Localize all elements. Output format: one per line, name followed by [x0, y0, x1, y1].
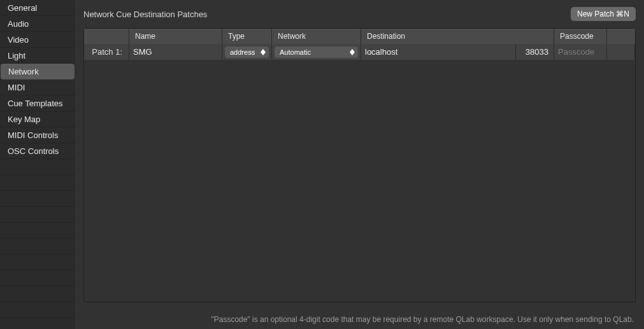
table-header-type[interactable]: Type — [222, 29, 272, 44]
sidebar-item-video[interactable]: Video — [0, 32, 75, 48]
table-header-network[interactable]: Network — [272, 29, 361, 44]
sidebar-item-osc-controls[interactable]: OSC Controls — [0, 143, 75, 159]
sidebar-item-empty: . — [0, 318, 75, 329]
table-header-passcode[interactable]: Passcode — [554, 29, 607, 44]
sidebar-item-empty: . — [0, 270, 75, 286]
sidebar-item-empty: . — [0, 223, 75, 239]
table-header-destination[interactable]: Destination — [361, 29, 554, 44]
patch-destination-input[interactable] — [365, 47, 512, 57]
sidebar-item-cue-templates[interactable]: Cue Templates — [0, 95, 75, 111]
patch-network-cell: Automatic — [272, 44, 361, 60]
sidebar-item-empty: . — [0, 286, 75, 302]
table-header-row: Name Type Network Destination Passcode — [84, 29, 635, 44]
sidebar-item-empty: . — [0, 255, 75, 270]
sidebar-item-empty: . — [0, 191, 75, 207]
patch-type-select[interactable]: address — [225, 46, 269, 58]
sidebar-item-empty: . — [0, 159, 75, 175]
sidebar-item-general[interactable]: General — [0, 0, 75, 16]
sidebar-item-network[interactable]: Network — [1, 64, 75, 80]
svg-marker-3 — [350, 52, 355, 55]
table-header-end — [607, 29, 635, 44]
patch-name-input[interactable] — [133, 47, 218, 57]
sidebar-item-key-map[interactable]: Key Map — [0, 111, 75, 127]
patch-type-cell: address — [222, 44, 272, 60]
sidebar-item-empty: . — [0, 239, 75, 255]
patch-network-value: Automatic — [280, 48, 311, 56]
sidebar-item-empty: . — [0, 207, 75, 223]
sidebar-item-empty: . — [0, 302, 75, 318]
table-header-blank — [84, 29, 129, 44]
updown-icon — [259, 46, 267, 58]
sidebar: General Audio Video Light Network MIDI C… — [0, 0, 75, 329]
sidebar-item-midi[interactable]: MIDI — [0, 80, 75, 95]
sidebar-item-audio[interactable]: Audio — [0, 16, 75, 32]
sidebar-item-light[interactable]: Light — [0, 48, 75, 64]
patch-type-value: address — [230, 48, 255, 56]
main-panel: Network Cue Destination Patches New Patc… — [75, 0, 644, 329]
updown-icon — [348, 46, 356, 58]
patches-table: Name Type Network Destination Passcode P… — [83, 28, 636, 302]
patch-destination-cell[interactable] — [361, 44, 516, 60]
patch-name-cell[interactable] — [129, 44, 222, 60]
table-header-name[interactable]: Name — [129, 29, 222, 44]
patch-row-end — [607, 44, 635, 60]
patch-port-input[interactable] — [520, 47, 548, 57]
patch-network-select[interactable]: Automatic — [275, 46, 358, 58]
patch-row-label: Patch 1: — [84, 44, 129, 60]
main-header: Network Cue Destination Patches New Patc… — [75, 0, 644, 28]
sidebar-item-midi-controls[interactable]: MIDI Controls — [0, 127, 75, 143]
page-title: Network Cue Destination Patches — [83, 10, 207, 19]
patch-port-cell[interactable] — [516, 44, 554, 60]
patch-passcode-cell[interactable] — [554, 44, 607, 60]
footer-note: "Passcode" is an optional 4-digit code t… — [85, 315, 634, 324]
sidebar-item-empty: . — [0, 175, 75, 191]
new-patch-button[interactable]: New Patch ⌘N — [571, 7, 636, 21]
table-row: Patch 1: address Automatic — [84, 44, 635, 60]
svg-marker-1 — [261, 52, 266, 55]
patch-passcode-input[interactable] — [558, 47, 603, 57]
